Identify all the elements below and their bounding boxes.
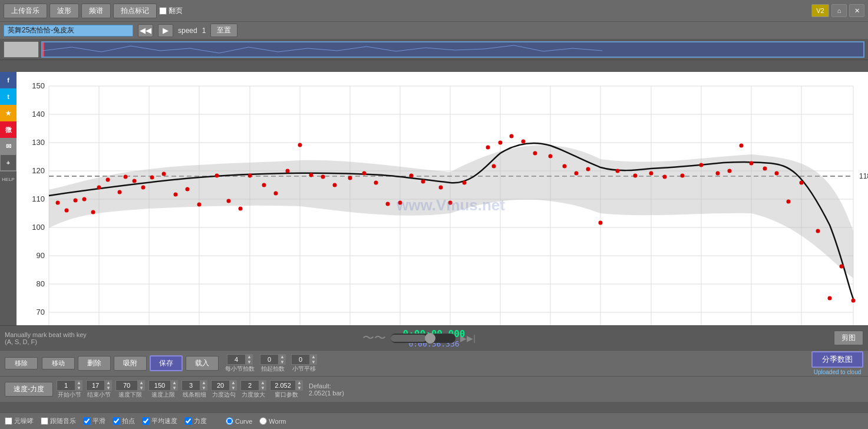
beat-point-checkbox-label[interactable]: 拍点	[113, 417, 135, 425]
beat-count-input[interactable]	[260, 354, 279, 365]
window-param-label: 窗口参数	[275, 391, 298, 399]
beat-count-group: ▲ ▼ 拍起拍数	[260, 354, 286, 373]
end-bar-label: 结束小节	[87, 391, 111, 399]
delete-button[interactable]: 删除	[78, 356, 111, 371]
smooth-checkbox-label[interactable]: 平滑	[83, 417, 105, 425]
start-bar-input[interactable]	[57, 380, 75, 391]
force-checkbox-label[interactable]: 力度	[184, 417, 207, 425]
bar-shift-ctrl[interactable]: ▲ ▼	[291, 354, 317, 365]
curve-radio-label[interactable]: Curve	[226, 417, 252, 425]
noise-checkbox[interactable]	[5, 417, 12, 425]
wave-symbol: 〜〜	[362, 330, 386, 346]
speed-lower-down[interactable]: ▼	[138, 385, 145, 391]
force-margin-down[interactable]: ▼	[230, 385, 237, 391]
beats-per-bar-input[interactable]	[227, 354, 246, 365]
line-thick-down[interactable]: ▼	[200, 385, 207, 391]
spectrum-button[interactable]: 频谱	[81, 4, 111, 18]
svg-point-100	[549, 154, 553, 159]
plus-icon[interactable]: +	[0, 154, 16, 171]
svg-point-90	[421, 180, 425, 184]
svg-point-71	[186, 187, 190, 192]
beat-mark-button[interactable]: 拍点标记	[113, 4, 157, 18]
smooth-checkbox[interactable]	[83, 417, 91, 425]
line-thick-input[interactable]	[181, 380, 200, 391]
help-icon[interactable]: HELP	[0, 171, 16, 187]
end-bar-down[interactable]: ▼	[105, 385, 112, 391]
beat-count-ctrl[interactable]: ▲ ▼	[260, 354, 286, 365]
beat-point-checkbox[interactable]	[113, 417, 120, 425]
random-checkbox[interactable]	[41, 417, 48, 425]
waveform-button[interactable]: 波形	[49, 4, 79, 18]
end-bar-up[interactable]: ▲	[105, 380, 112, 385]
speed-value: 1	[202, 27, 206, 35]
volume-slider[interactable]	[391, 334, 456, 343]
speed-lower-input[interactable]	[115, 380, 138, 391]
force-zoom-input[interactable]	[240, 380, 259, 391]
waveform-display[interactable]	[41, 41, 864, 58]
svg-point-68	[150, 176, 154, 180]
close-button[interactable]: ✕	[849, 4, 864, 17]
bar-shift-up[interactable]: ▲	[310, 354, 317, 359]
speed-lower-up[interactable]: ▲	[138, 380, 145, 385]
bar-shift-input[interactable]	[291, 354, 310, 365]
svg-point-112	[728, 169, 732, 173]
beat-count-arrows: ▲ ▼	[279, 354, 286, 365]
beat-count-up[interactable]: ▲	[279, 354, 286, 359]
force-margin-up[interactable]: ▲	[230, 380, 237, 385]
curve-radio[interactable]	[226, 417, 233, 425]
beats-per-bar-up[interactable]: ▲	[246, 354, 253, 359]
load-button[interactable]: 载入	[186, 356, 219, 371]
svg-point-95	[492, 164, 496, 169]
star-icon[interactable]: ★	[0, 105, 16, 121]
cut-button[interactable]: 剪图	[834, 331, 863, 345]
shift-button[interactable]: 移动	[42, 357, 75, 369]
prev-button[interactable]: ◀◀	[138, 24, 153, 37]
noise-checkbox-label[interactable]: 元噪哮	[5, 417, 34, 425]
beats-per-bar-ctrl[interactable]: ▲ ▼	[227, 354, 253, 365]
svg-text:150: 150	[32, 81, 45, 90]
avg-speed-checkbox[interactable]	[142, 417, 150, 425]
force-zoom-down[interactable]: ▼	[259, 385, 266, 391]
shift-group: 移动	[42, 357, 75, 369]
window-param-up[interactable]: ▲	[296, 380, 303, 385]
play-button[interactable]: ▶	[158, 24, 173, 37]
home-button[interactable]: ⌂	[831, 4, 847, 17]
window-param-down[interactable]: ▼	[296, 385, 303, 391]
move-remove-button[interactable]: 移除	[5, 357, 38, 369]
mail-icon[interactable]: ✉	[0, 138, 16, 154]
force-checkbox[interactable]	[184, 417, 192, 425]
force-margin-input[interactable]	[211, 380, 230, 391]
avg-speed-checkbox-label[interactable]: 平均速度	[142, 417, 177, 425]
worm-radio[interactable]	[259, 417, 267, 425]
beats-per-bar-down[interactable]: ▼	[246, 359, 253, 365]
force-zoom-up[interactable]: ▲	[259, 380, 266, 385]
v2-button[interactable]: V2	[811, 4, 829, 17]
weibo-icon[interactable]: 微	[0, 121, 16, 138]
speed-upper-down[interactable]: ▼	[171, 385, 178, 391]
song-name-input[interactable]	[4, 25, 133, 37]
speed-upper-up[interactable]: ▲	[171, 380, 178, 385]
twitter-icon[interactable]: t	[0, 88, 16, 105]
upload-music-button[interactable]: 上传音乐	[4, 4, 47, 18]
svg-point-84	[348, 176, 352, 180]
apply-button[interactable]: 至置	[210, 24, 237, 37]
line-thick-up[interactable]: ▲	[200, 380, 207, 385]
speed-upper-input[interactable]	[148, 380, 171, 391]
speed-force-button[interactable]: 速度-力度	[5, 382, 53, 397]
flip-checkbox-label[interactable]: 翻页	[159, 6, 183, 16]
start-bar-down[interactable]: ▼	[75, 385, 82, 391]
worm-radio-label[interactable]: Worm	[259, 417, 286, 425]
window-param-input[interactable]	[270, 380, 296, 391]
bar-shift-down[interactable]: ▼	[310, 359, 317, 365]
beat-count-down[interactable]: ▼	[279, 359, 286, 365]
sub-analysis-button[interactable]: 分季数图	[811, 351, 863, 368]
speed-label: speed	[178, 27, 197, 35]
snap-button[interactable]: 吸附	[114, 356, 147, 371]
facebook-icon[interactable]: f	[0, 72, 16, 88]
end-bar-input[interactable]	[86, 380, 105, 391]
start-bar-up[interactable]: ▲	[75, 380, 82, 385]
random-checkbox-label[interactable]: 跟随音乐	[41, 417, 76, 425]
svg-point-63	[106, 178, 110, 182]
save-button[interactable]: 保存	[150, 355, 183, 371]
flip-checkbox[interactable]	[159, 7, 167, 15]
